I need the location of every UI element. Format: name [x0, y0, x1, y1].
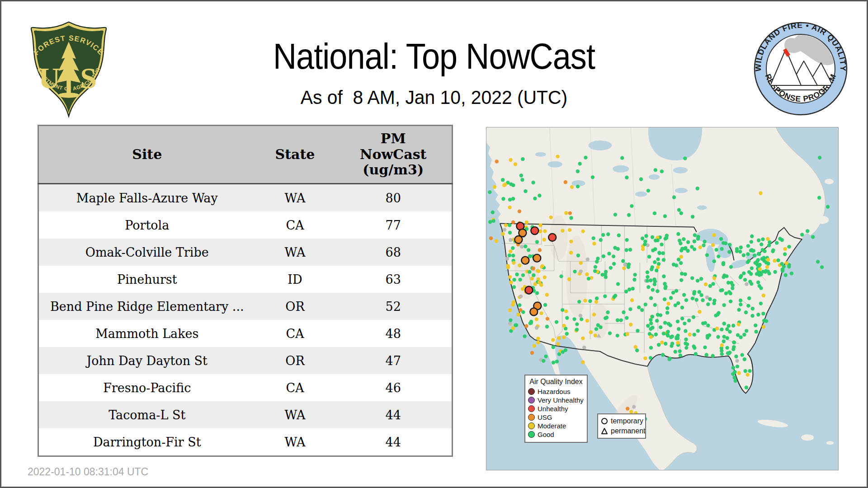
monitor-dot-good	[734, 355, 738, 358]
monitor-dot-good	[745, 329, 748, 333]
monitor-dot-moderate	[592, 242, 596, 245]
monitor-dot-moderate	[509, 281, 513, 284]
monitor-dot-moderate	[514, 162, 517, 166]
monitor-dot-good	[656, 258, 660, 261]
monitor-dot-good	[750, 314, 754, 318]
monitor-dot-good	[670, 334, 674, 338]
monitor-dot-good	[720, 247, 723, 251]
monitor-dot-good	[676, 232, 680, 236]
monitor-dot-good	[696, 279, 699, 282]
monitor-dot-good	[616, 247, 620, 251]
monitor-dot-good	[767, 244, 771, 247]
monitor-dot-gray	[623, 263, 627, 267]
monitor-dot-good	[518, 278, 522, 282]
monitor-dot-good	[683, 156, 687, 160]
monitor-dot-good	[576, 253, 580, 257]
monitor-dot-good	[736, 333, 740, 337]
monitor-dot-good	[749, 272, 753, 276]
monitor-dot-good	[684, 346, 688, 350]
monitor-dot-good	[656, 239, 659, 242]
monitor-dot-good	[584, 156, 587, 160]
monitor-dot-gray	[632, 405, 636, 408]
monitor-dot-good	[758, 273, 761, 277]
monitor-dot-moderate	[570, 185, 574, 189]
monitor-dot-good	[647, 255, 651, 258]
monitor-dot-moderate	[535, 317, 538, 321]
table-row: Omak-Colville TribeWA68	[38, 239, 453, 266]
monitor-dot-moderate	[501, 232, 505, 235]
monitor-dot-moderate	[649, 335, 653, 338]
monitor-dot-moderate	[759, 191, 762, 195]
monitor-dot-good	[750, 235, 754, 238]
monitor-dot-moderate	[525, 221, 528, 224]
monitor-dot-good	[666, 333, 670, 337]
monitor-dot-good	[684, 338, 688, 341]
table-row: Mammoth LakesCA48	[38, 320, 453, 347]
monitor-dot-moderate	[592, 313, 596, 316]
monitor-dot-good	[742, 333, 746, 336]
usg-dot-icon	[528, 414, 535, 421]
aqi-legend-title: Air Quality Index	[528, 378, 584, 386]
monitor-dot-good	[756, 281, 760, 284]
monitor-dot-good	[657, 262, 660, 266]
monitor-dot-moderate	[585, 319, 589, 323]
monitor-dot-good	[561, 350, 564, 354]
monitor-dot-good	[628, 248, 632, 251]
monitor-dot-good	[602, 254, 605, 258]
monitor-dot-good	[519, 174, 523, 177]
monitor-dot-good	[751, 307, 755, 310]
monitor-dot-good	[596, 257, 599, 260]
monitor-dot-good	[727, 324, 731, 328]
monitor-dot-good	[679, 353, 682, 357]
monitor-dot-good	[783, 252, 787, 256]
monitor-dot-good	[640, 308, 644, 312]
monitor-dot-moderate	[712, 233, 716, 237]
monitor-dot-good	[649, 318, 652, 322]
monitor-dot-usg	[495, 160, 498, 163]
monitor-dot-good	[686, 240, 690, 244]
monitor-dot-good	[488, 190, 491, 194]
monitor-dot-good	[768, 240, 771, 244]
monitor-dot-good	[817, 196, 821, 199]
monitor-dot-good	[716, 313, 719, 316]
pm-value-cell: 48	[335, 320, 453, 347]
aqi-legend-label: Hazardous	[538, 387, 571, 396]
monitor-dot-moderate	[508, 275, 512, 279]
monitor-dot-good	[757, 239, 760, 242]
monitor-dot-good	[743, 357, 746, 361]
monitor-dot-good	[746, 304, 750, 307]
aqi-legend-item: Very Unhealthy	[528, 396, 584, 404]
monitor-dot-good	[543, 303, 547, 307]
monitor-dot-good	[706, 324, 710, 327]
monitor-dot-good	[627, 287, 631, 291]
monitor-dot-good	[625, 176, 628, 179]
monitor-dot-good	[527, 248, 530, 252]
monitor-dot-usg	[564, 180, 567, 184]
state-cell: WA	[255, 239, 335, 266]
monitor-dot-good	[720, 328, 723, 331]
monitor-dot-good	[761, 312, 765, 315]
monitor-dot-moderate	[508, 206, 511, 209]
monitor-dot-moderate	[737, 371, 741, 375]
aqi-legend-label: USG	[538, 413, 552, 422]
monitor-dot-good	[735, 249, 739, 253]
site-cell: Bend Pine Ridge Elementary ...	[38, 293, 255, 320]
monitor-dot-good	[616, 282, 620, 286]
monitor-dot-good	[679, 211, 683, 215]
monitor-dot-good	[811, 235, 815, 239]
monitor-dot-good	[732, 340, 736, 344]
monitor-dot-good	[699, 277, 703, 281]
monitor-dot-moderate	[589, 330, 593, 334]
monitor-dot-good	[763, 249, 766, 253]
monitor-dot-good	[693, 233, 697, 237]
monitor-dot-good	[663, 321, 667, 324]
monitor-dot-good	[594, 327, 598, 331]
monitor-dot-usg	[524, 324, 528, 328]
monitor-dot-moderate	[518, 263, 521, 267]
monitor-dot-good	[664, 342, 667, 345]
monitor-dot-good	[656, 289, 659, 293]
monitor-dot-good	[528, 270, 531, 274]
monitor-dot-good	[684, 246, 687, 250]
monitor-dot-gray	[745, 282, 748, 286]
monitor-dot-good	[711, 282, 715, 286]
